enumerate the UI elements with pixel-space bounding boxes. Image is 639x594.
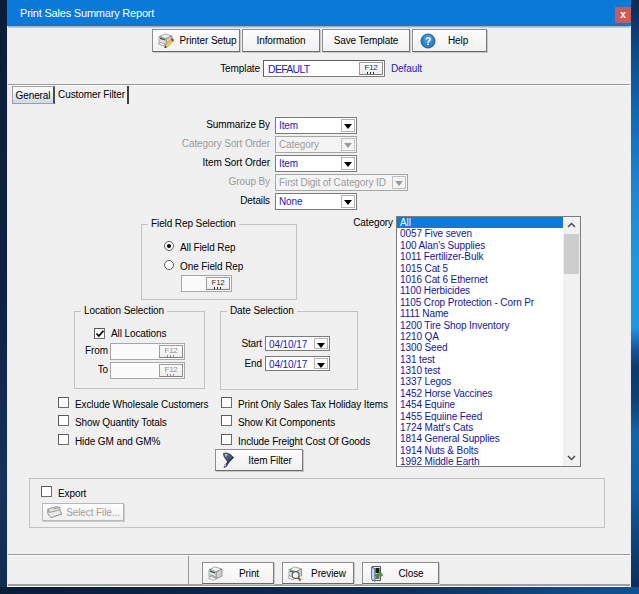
svg-text:?: ?: [425, 35, 431, 46]
